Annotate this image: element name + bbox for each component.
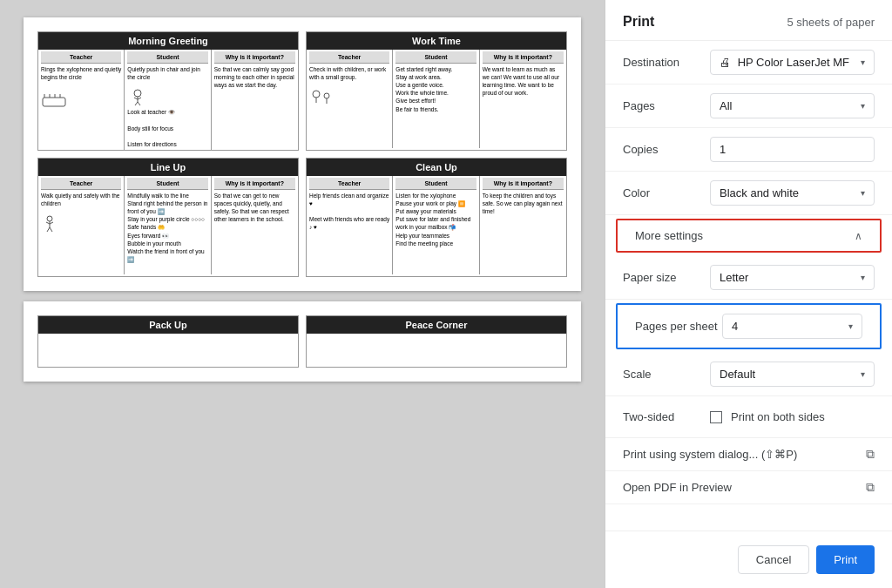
mg-student-header: Student bbox=[127, 51, 207, 64]
color-dropdown[interactable]: Black and white ▾ bbox=[710, 180, 875, 206]
morning-greeting-title: Morning Greeting bbox=[38, 32, 298, 50]
svg-point-15 bbox=[47, 216, 52, 221]
pages-row: Pages All ▾ bbox=[605, 84, 892, 128]
destination-value: 🖨 HP Color LaserJet MF bbox=[720, 56, 849, 69]
paper-size-arrow-icon: ▾ bbox=[861, 273, 865, 282]
settings-panel: Print 5 sheets of paper Destination 🖨 HP… bbox=[605, 0, 892, 588]
more-settings-label: More settings bbox=[635, 229, 703, 242]
wt-why-content: We want to learn as much as we can! We w… bbox=[483, 65, 564, 97]
pages-value: All bbox=[720, 99, 732, 112]
two-sided-checkbox[interactable] bbox=[710, 411, 722, 423]
collapse-arrow-icon: ∧ bbox=[855, 230, 862, 242]
svg-point-5 bbox=[134, 90, 141, 97]
pack-up-card: Pack Up bbox=[37, 315, 299, 368]
mg-why-header: Why is it important? bbox=[214, 51, 295, 64]
clean-up-card: Clean Up Teacher Help friends clean and … bbox=[306, 158, 567, 277]
lu-teacher-content: Walk quietly and safely with the childre… bbox=[41, 192, 121, 234]
sheets-info: 5 sheets of paper bbox=[787, 16, 875, 29]
preview-panel: Morning Greeting Teacher Rings the xylop… bbox=[0, 0, 605, 588]
mg-teacher-content: Rings the xylophone and quietly begins t… bbox=[41, 65, 121, 108]
mg-why-content: So that we can calmly say good morning t… bbox=[214, 65, 295, 89]
destination-row: Destination 🖨 HP Color LaserJet MF ▾ bbox=[605, 41, 892, 84]
two-sided-checkbox-label: Print on both sides bbox=[731, 410, 825, 423]
svg-line-9 bbox=[135, 102, 138, 105]
color-label: Color bbox=[623, 186, 710, 199]
page-1-preview: Morning Greeting Teacher Rings the xylop… bbox=[24, 17, 581, 291]
lu-student-header: Student bbox=[127, 178, 207, 190]
lu-why-content: So that we can get to new spaces quickly… bbox=[214, 192, 295, 223]
paper-size-label: Paper size bbox=[623, 271, 710, 284]
cu-teacher-content: Help friends clean and organize ♥️ Meet … bbox=[309, 192, 389, 231]
open-pdf-row[interactable]: Open PDF in Preview ⧉ bbox=[605, 471, 892, 504]
print-button[interactable]: Print bbox=[816, 545, 875, 574]
scale-dropdown[interactable]: Default ▾ bbox=[710, 362, 875, 387]
peace-corner-card: Peace Corner bbox=[306, 315, 567, 368]
svg-point-11 bbox=[313, 91, 320, 98]
svg-line-17 bbox=[46, 222, 50, 224]
lu-student-content: Mindfully walk to the line Stand right b… bbox=[127, 192, 207, 263]
settings-header: Print 5 sheets of paper bbox=[605, 0, 892, 41]
cu-student-content: Listen for the xylophone Pause your work… bbox=[395, 192, 476, 247]
peace-corner-title: Peace Corner bbox=[307, 316, 566, 334]
pages-arrow-icon: ▾ bbox=[861, 101, 865, 111]
pages-per-sheet-dropdown[interactable]: 4 ▾ bbox=[722, 314, 862, 339]
system-dialog-row[interactable]: Print using system dialog... (⇧⌘P) ⧉ bbox=[605, 438, 892, 471]
svg-line-19 bbox=[47, 227, 50, 232]
pages-per-sheet-value: 4 bbox=[732, 320, 738, 333]
pack-up-title: Pack Up bbox=[38, 316, 298, 334]
destination-arrow-icon: ▾ bbox=[861, 57, 865, 67]
expanded-settings: Paper size Letter ▾ Pages per sheet 4 ▾ … bbox=[605, 256, 892, 438]
copies-label: Copies bbox=[623, 143, 710, 156]
copies-row: Copies bbox=[605, 128, 892, 172]
svg-line-20 bbox=[50, 227, 52, 232]
color-value: Black and white bbox=[720, 186, 799, 199]
wt-why-header: Why is it important? bbox=[483, 51, 564, 64]
cu-teacher-header: Teacher bbox=[309, 178, 389, 190]
svg-point-13 bbox=[324, 93, 329, 98]
lu-why-header: Why is it important? bbox=[214, 178, 295, 190]
wt-student-content: Get started right away. Stay at work are… bbox=[395, 65, 476, 113]
external-link-icon: ⧉ bbox=[866, 447, 875, 462]
clean-up-title: Clean Up bbox=[307, 159, 566, 176]
work-time-card: Work Time Teacher Check in with children… bbox=[306, 31, 567, 151]
scale-value: Default bbox=[720, 368, 755, 381]
svg-line-8 bbox=[138, 98, 141, 99]
pages-label: Pages bbox=[623, 99, 710, 112]
lu-teacher-header: Teacher bbox=[41, 178, 121, 190]
destination-dropdown[interactable]: 🖨 HP Color LaserJet MF ▾ bbox=[710, 50, 875, 75]
color-row: Color Black and white ▾ bbox=[605, 172, 892, 215]
mg-student-content: Quietly push in chair and join the circl… bbox=[127, 65, 207, 148]
svg-line-10 bbox=[138, 102, 140, 105]
svg-rect-0 bbox=[43, 98, 65, 106]
pages-per-sheet-row: Pages per sheet 4 ▾ bbox=[616, 303, 882, 349]
more-settings-row[interactable]: More settings ∧ bbox=[616, 219, 882, 253]
wt-student-header: Student bbox=[395, 51, 476, 64]
wt-teacher-header: Teacher bbox=[309, 51, 389, 64]
copies-input[interactable] bbox=[710, 137, 875, 162]
paper-size-dropdown[interactable]: Letter ▾ bbox=[710, 265, 875, 290]
pages-per-sheet-label: Pages per sheet bbox=[635, 320, 722, 333]
cu-why-content: To keep the children and toys safe. So w… bbox=[483, 192, 564, 215]
scale-row: Scale Default ▾ bbox=[605, 353, 892, 396]
cancel-button[interactable]: Cancel bbox=[738, 545, 809, 574]
footer-buttons: Cancel Print bbox=[605, 531, 892, 588]
system-dialog-label: Print using system dialog... (⇧⌘P) bbox=[623, 448, 797, 461]
page-grid: Morning Greeting Teacher Rings the xylop… bbox=[37, 31, 567, 277]
svg-line-18 bbox=[50, 222, 53, 224]
line-up-card: Line Up Teacher Walk quietly and safely … bbox=[37, 158, 299, 277]
scale-label: Scale bbox=[623, 368, 710, 381]
two-sided-row: Two-sided Print on both sides bbox=[605, 396, 892, 438]
paper-size-value: Letter bbox=[720, 271, 748, 284]
pages-dropdown[interactable]: All ▾ bbox=[710, 93, 875, 118]
settings-title: Print bbox=[623, 14, 654, 30]
pps-arrow-icon: ▾ bbox=[848, 321, 853, 331]
color-arrow-icon: ▾ bbox=[861, 188, 865, 198]
work-time-title: Work Time bbox=[307, 32, 566, 50]
printer-icon: 🖨 bbox=[720, 56, 731, 69]
open-pdf-label: Open PDF in Preview bbox=[623, 481, 732, 494]
scale-arrow-icon: ▾ bbox=[861, 369, 865, 379]
mg-teacher-header: Teacher bbox=[41, 51, 121, 64]
morning-greeting-card: Morning Greeting Teacher Rings the xylop… bbox=[37, 31, 299, 151]
paper-size-row: Paper size Letter ▾ bbox=[605, 256, 892, 300]
line-up-title: Line Up bbox=[38, 159, 298, 176]
